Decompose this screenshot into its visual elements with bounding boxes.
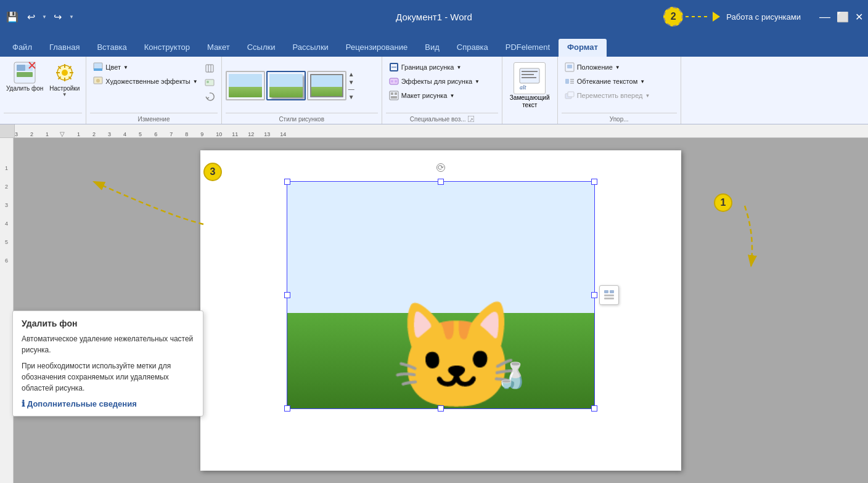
- tab-review[interactable]: Рецензирование: [337, 39, 416, 57]
- border-caret: ▼: [456, 65, 461, 70]
- title-right-area: 2 Работа с рисунками — ⬜ ✕: [663, 7, 863, 26]
- dashed-line: [686, 16, 710, 17]
- color-button[interactable]: Цвет ▼: [90, 60, 200, 74]
- tab-mailings[interactable]: Рассылки: [284, 39, 337, 57]
- subst-content: alt Замещающийтекст: [510, 59, 550, 112]
- tooltip-more-link[interactable]: ℹ Дополнительные сведения: [22, 399, 194, 408]
- remove-background-button[interactable]: Удалить фон: [4, 59, 46, 94]
- position-caret: ▼: [615, 65, 620, 70]
- handle-bottom-right[interactable]: [591, 405, 597, 412]
- badge-annotation-3: 3: [203, 163, 222, 181]
- bg-group-content: Удалить фон: [4, 59, 82, 112]
- handle-top-center[interactable]: [438, 179, 444, 185]
- style-thumb-3[interactable]: [307, 71, 346, 100]
- styles-scroll-down[interactable]: ▼: [348, 93, 355, 101]
- tab-insert[interactable]: Вставка: [88, 39, 135, 57]
- remove-bg-icon: [12, 60, 37, 85]
- tooltip-link-label: Дополнительные сведения: [27, 399, 137, 408]
- undo-dropdown[interactable]: ▼: [42, 14, 47, 20]
- special-group-content: Граница рисунка ▼ Эффекты для рисунка ▼ …: [386, 59, 498, 112]
- ribbon-group-styles: ▲ ▼— ▼ Стили рисунков: [222, 57, 382, 124]
- position-label: Положение: [577, 63, 613, 71]
- compress-button[interactable]: [202, 62, 218, 75]
- tab-help[interactable]: Справка: [448, 39, 497, 57]
- layout-caret: ▼: [449, 93, 454, 99]
- restore-button[interactable]: ⬜: [837, 11, 849, 23]
- handle-middle-left[interactable]: [284, 292, 290, 298]
- style-thumb-2[interactable]: [266, 71, 306, 100]
- v-tick-5: 6: [5, 258, 8, 276]
- layout-options-button[interactable]: [599, 285, 619, 305]
- save-button[interactable]: 💾: [5, 9, 20, 24]
- styles-scroll-up[interactable]: ▲: [348, 70, 355, 78]
- picture-effects-button[interactable]: Эффекты для рисунка ▼: [386, 75, 482, 88]
- styles-expand[interactable]: ▼—: [348, 78, 355, 93]
- handle-top-left[interactable]: [284, 179, 290, 185]
- substitute-text-button[interactable]: alt Замещающийтекст: [510, 62, 550, 109]
- reset-button[interactable]: [202, 90, 218, 104]
- tab-layout[interactable]: Макет: [199, 39, 239, 57]
- tab-home[interactable]: Главная: [41, 39, 88, 57]
- handle-middle-right[interactable]: [591, 292, 597, 298]
- special-dialog-launcher[interactable]: ↗: [468, 116, 474, 122]
- bring-forward-icon: [564, 90, 575, 101]
- tab-design[interactable]: Конструктор: [136, 39, 199, 57]
- tab-view[interactable]: Вид: [416, 39, 448, 57]
- tooltip-para2: При необходимости используйте метки для …: [22, 360, 194, 394]
- undo-button[interactable]: ↩: [23, 9, 38, 24]
- v-tick-1: 2: [5, 184, 8, 202]
- style-thumb-1-img: [229, 74, 262, 97]
- change-col2-buttons: [202, 60, 218, 104]
- svg-rect-39: [522, 77, 536, 78]
- tab-format[interactable]: Формат: [559, 39, 607, 57]
- document-page: 🐱 🍶 ⟳: [200, 150, 681, 471]
- badge-2: 2: [663, 7, 683, 26]
- style-thumb-1[interactable]: [226, 71, 265, 100]
- ribbon-group-position: Положение ▼ Обтекание текстом ▼ Перемест…: [558, 57, 681, 124]
- svg-point-19: [96, 79, 100, 83]
- change-picture-button[interactable]: [202, 76, 218, 89]
- picture-layout-icon: [388, 90, 399, 101]
- tab-references[interactable]: Ссылки: [239, 39, 284, 57]
- bring-forward-button[interactable]: Переместить вперед ▼: [562, 89, 653, 102]
- text-wrap-button[interactable]: Обтекание текстом ▼: [562, 75, 653, 88]
- handle-bottom-center[interactable]: [438, 405, 444, 412]
- v-tick-4: 5: [5, 239, 8, 258]
- svg-point-24: [207, 81, 209, 83]
- handle-bottom-left[interactable]: [284, 405, 290, 412]
- picture-layout-button[interactable]: Макет рисунка ▼: [386, 89, 482, 102]
- settings-button[interactable]: Настройки ▼: [47, 59, 82, 99]
- qa-more-dropdown[interactable]: ▼: [69, 14, 74, 20]
- substitute-label: Замещающийтекст: [510, 94, 550, 109]
- handle-top-right[interactable]: [591, 179, 597, 185]
- compress-icon: [204, 63, 215, 74]
- redo-button[interactable]: ↪: [51, 9, 65, 24]
- reset-icon: [204, 91, 215, 102]
- artistic-effects-icon: [92, 76, 104, 87]
- tab-file[interactable]: Файл: [4, 39, 41, 57]
- close-button[interactable]: ✕: [855, 11, 863, 23]
- rotate-handle[interactable]: ⟳: [436, 163, 445, 172]
- text-wrap-icon: [564, 76, 575, 87]
- ribbon-tabs: Файл Главная Вставка Конструктор Макет С…: [0, 33, 868, 57]
- tooltip-para1: Автоматическое удаление нежелательных ча…: [22, 333, 194, 355]
- special-group-label: Специальные воз... ↗: [386, 113, 498, 124]
- tab-pdfelement[interactable]: PDFelement: [497, 39, 559, 57]
- position-button[interactable]: Положение ▼: [562, 60, 653, 74]
- change-group-content: Цвет ▼ Художественные эффекты ▼: [90, 59, 217, 112]
- vertical-ruler: 1 2 3 4 5 6: [0, 138, 14, 483]
- text-wrap-label: Обтекание текстом: [577, 78, 638, 85]
- image-container[interactable]: 🐱 🍶 ⟳: [287, 181, 595, 409]
- substitute-icon: alt: [514, 62, 546, 94]
- artistic-effects-caret: ▼: [193, 79, 198, 84]
- svg-rect-36: [520, 68, 539, 83]
- styles-group-content: ▲ ▼— ▼: [226, 59, 378, 112]
- ruler-marks: 3 2 1 ▽ 1 2 3 4 5 6 7 8 9 10 11 12 13 14: [15, 124, 868, 137]
- minimize-button[interactable]: —: [819, 10, 830, 23]
- pos-col-buttons: Положение ▼ Обтекание текстом ▼ Перемест…: [562, 59, 653, 102]
- picture-border-button[interactable]: Граница рисунка ▼: [386, 60, 482, 74]
- artistic-effects-button[interactable]: Художественные эффекты ▼: [90, 75, 200, 88]
- svg-text:↗: ↗: [469, 117, 473, 122]
- svg-rect-51: [604, 294, 614, 296]
- svg-rect-50: [610, 290, 614, 293]
